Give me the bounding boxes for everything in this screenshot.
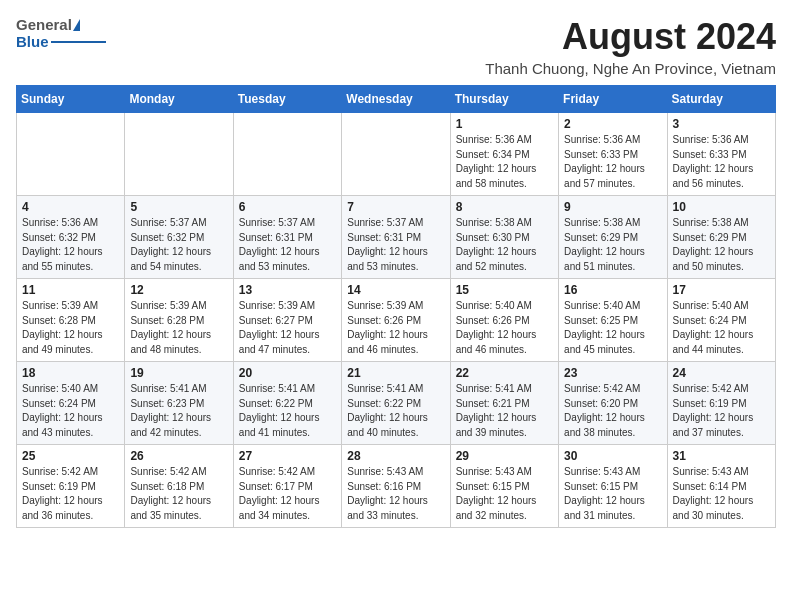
day-info: Sunrise: 5:41 AMSunset: 6:22 PMDaylight:… <box>347 382 444 440</box>
day-number: 20 <box>239 366 336 380</box>
table-row: 3Sunrise: 5:36 AMSunset: 6:33 PMDaylight… <box>667 113 775 196</box>
table-row: 22Sunrise: 5:41 AMSunset: 6:21 PMDayligh… <box>450 362 558 445</box>
header-tuesday: Tuesday <box>233 86 341 113</box>
header-thursday: Thursday <box>450 86 558 113</box>
day-number: 27 <box>239 449 336 463</box>
day-info: Sunrise: 5:42 AMSunset: 6:19 PMDaylight:… <box>673 382 770 440</box>
day-number: 3 <box>673 117 770 131</box>
day-info: Sunrise: 5:42 AMSunset: 6:17 PMDaylight:… <box>239 465 336 523</box>
day-info: Sunrise: 5:43 AMSunset: 6:14 PMDaylight:… <box>673 465 770 523</box>
day-info: Sunrise: 5:37 AMSunset: 6:32 PMDaylight:… <box>130 216 227 274</box>
calendar-week-row: 25Sunrise: 5:42 AMSunset: 6:19 PMDayligh… <box>17 445 776 528</box>
day-info: Sunrise: 5:40 AMSunset: 6:24 PMDaylight:… <box>22 382 119 440</box>
calendar-week-row: 18Sunrise: 5:40 AMSunset: 6:24 PMDayligh… <box>17 362 776 445</box>
day-number: 29 <box>456 449 553 463</box>
month-year-title: August 2024 <box>485 16 776 58</box>
header: General Blue August 2024 Thanh Chuong, N… <box>16 16 776 77</box>
table-row <box>342 113 450 196</box>
day-info: Sunrise: 5:38 AMSunset: 6:29 PMDaylight:… <box>564 216 661 274</box>
table-row: 21Sunrise: 5:41 AMSunset: 6:22 PMDayligh… <box>342 362 450 445</box>
logo-general: General <box>16 16 72 33</box>
table-row: 5Sunrise: 5:37 AMSunset: 6:32 PMDaylight… <box>125 196 233 279</box>
day-number: 22 <box>456 366 553 380</box>
day-number: 4 <box>22 200 119 214</box>
table-row: 7Sunrise: 5:37 AMSunset: 6:31 PMDaylight… <box>342 196 450 279</box>
header-saturday: Saturday <box>667 86 775 113</box>
calendar-table: Sunday Monday Tuesday Wednesday Thursday… <box>16 85 776 528</box>
day-info: Sunrise: 5:42 AMSunset: 6:18 PMDaylight:… <box>130 465 227 523</box>
table-row: 30Sunrise: 5:43 AMSunset: 6:15 PMDayligh… <box>559 445 667 528</box>
day-info: Sunrise: 5:40 AMSunset: 6:24 PMDaylight:… <box>673 299 770 357</box>
logo-blue: Blue <box>16 33 49 50</box>
day-number: 12 <box>130 283 227 297</box>
day-number: 18 <box>22 366 119 380</box>
day-info: Sunrise: 5:41 AMSunset: 6:21 PMDaylight:… <box>456 382 553 440</box>
day-info: Sunrise: 5:43 AMSunset: 6:16 PMDaylight:… <box>347 465 444 523</box>
table-row: 8Sunrise: 5:38 AMSunset: 6:30 PMDaylight… <box>450 196 558 279</box>
table-row: 25Sunrise: 5:42 AMSunset: 6:19 PMDayligh… <box>17 445 125 528</box>
header-friday: Friday <box>559 86 667 113</box>
day-info: Sunrise: 5:37 AMSunset: 6:31 PMDaylight:… <box>239 216 336 274</box>
table-row: 4Sunrise: 5:36 AMSunset: 6:32 PMDaylight… <box>17 196 125 279</box>
day-info: Sunrise: 5:42 AMSunset: 6:19 PMDaylight:… <box>22 465 119 523</box>
day-number: 6 <box>239 200 336 214</box>
day-number: 24 <box>673 366 770 380</box>
table-row: 23Sunrise: 5:42 AMSunset: 6:20 PMDayligh… <box>559 362 667 445</box>
table-row <box>17 113 125 196</box>
day-info: Sunrise: 5:36 AMSunset: 6:34 PMDaylight:… <box>456 133 553 191</box>
table-row: 14Sunrise: 5:39 AMSunset: 6:26 PMDayligh… <box>342 279 450 362</box>
day-number: 10 <box>673 200 770 214</box>
day-info: Sunrise: 5:39 AMSunset: 6:28 PMDaylight:… <box>130 299 227 357</box>
day-number: 9 <box>564 200 661 214</box>
location-subtitle: Thanh Chuong, Nghe An Province, Vietnam <box>485 60 776 77</box>
day-number: 13 <box>239 283 336 297</box>
day-number: 15 <box>456 283 553 297</box>
table-row: 19Sunrise: 5:41 AMSunset: 6:23 PMDayligh… <box>125 362 233 445</box>
day-info: Sunrise: 5:39 AMSunset: 6:28 PMDaylight:… <box>22 299 119 357</box>
table-row: 16Sunrise: 5:40 AMSunset: 6:25 PMDayligh… <box>559 279 667 362</box>
table-row: 12Sunrise: 5:39 AMSunset: 6:28 PMDayligh… <box>125 279 233 362</box>
table-row: 18Sunrise: 5:40 AMSunset: 6:24 PMDayligh… <box>17 362 125 445</box>
calendar-week-row: 4Sunrise: 5:36 AMSunset: 6:32 PMDaylight… <box>17 196 776 279</box>
day-info: Sunrise: 5:40 AMSunset: 6:25 PMDaylight:… <box>564 299 661 357</box>
header-monday: Monday <box>125 86 233 113</box>
day-number: 17 <box>673 283 770 297</box>
logo: General Blue <box>16 16 106 50</box>
day-number: 7 <box>347 200 444 214</box>
day-info: Sunrise: 5:38 AMSunset: 6:30 PMDaylight:… <box>456 216 553 274</box>
day-number: 16 <box>564 283 661 297</box>
title-section: August 2024 Thanh Chuong, Nghe An Provin… <box>485 16 776 77</box>
table-row: 10Sunrise: 5:38 AMSunset: 6:29 PMDayligh… <box>667 196 775 279</box>
logo-triangle-icon <box>73 19 80 31</box>
day-number: 19 <box>130 366 227 380</box>
day-info: Sunrise: 5:37 AMSunset: 6:31 PMDaylight:… <box>347 216 444 274</box>
day-info: Sunrise: 5:36 AMSunset: 6:33 PMDaylight:… <box>673 133 770 191</box>
day-info: Sunrise: 5:41 AMSunset: 6:22 PMDaylight:… <box>239 382 336 440</box>
day-number: 2 <box>564 117 661 131</box>
calendar-week-row: 11Sunrise: 5:39 AMSunset: 6:28 PMDayligh… <box>17 279 776 362</box>
table-row: 20Sunrise: 5:41 AMSunset: 6:22 PMDayligh… <box>233 362 341 445</box>
table-row: 29Sunrise: 5:43 AMSunset: 6:15 PMDayligh… <box>450 445 558 528</box>
day-info: Sunrise: 5:43 AMSunset: 6:15 PMDaylight:… <box>456 465 553 523</box>
day-number: 23 <box>564 366 661 380</box>
day-info: Sunrise: 5:39 AMSunset: 6:26 PMDaylight:… <box>347 299 444 357</box>
day-info: Sunrise: 5:43 AMSunset: 6:15 PMDaylight:… <box>564 465 661 523</box>
table-row: 31Sunrise: 5:43 AMSunset: 6:14 PMDayligh… <box>667 445 775 528</box>
table-row: 11Sunrise: 5:39 AMSunset: 6:28 PMDayligh… <box>17 279 125 362</box>
day-info: Sunrise: 5:40 AMSunset: 6:26 PMDaylight:… <box>456 299 553 357</box>
table-row: 2Sunrise: 5:36 AMSunset: 6:33 PMDaylight… <box>559 113 667 196</box>
table-row: 27Sunrise: 5:42 AMSunset: 6:17 PMDayligh… <box>233 445 341 528</box>
day-info: Sunrise: 5:41 AMSunset: 6:23 PMDaylight:… <box>130 382 227 440</box>
day-number: 25 <box>22 449 119 463</box>
table-row: 1Sunrise: 5:36 AMSunset: 6:34 PMDaylight… <box>450 113 558 196</box>
table-row <box>233 113 341 196</box>
day-number: 30 <box>564 449 661 463</box>
day-info: Sunrise: 5:38 AMSunset: 6:29 PMDaylight:… <box>673 216 770 274</box>
day-number: 31 <box>673 449 770 463</box>
table-row: 9Sunrise: 5:38 AMSunset: 6:29 PMDaylight… <box>559 196 667 279</box>
day-info: Sunrise: 5:42 AMSunset: 6:20 PMDaylight:… <box>564 382 661 440</box>
day-number: 5 <box>130 200 227 214</box>
table-row: 6Sunrise: 5:37 AMSunset: 6:31 PMDaylight… <box>233 196 341 279</box>
day-number: 21 <box>347 366 444 380</box>
table-row: 15Sunrise: 5:40 AMSunset: 6:26 PMDayligh… <box>450 279 558 362</box>
